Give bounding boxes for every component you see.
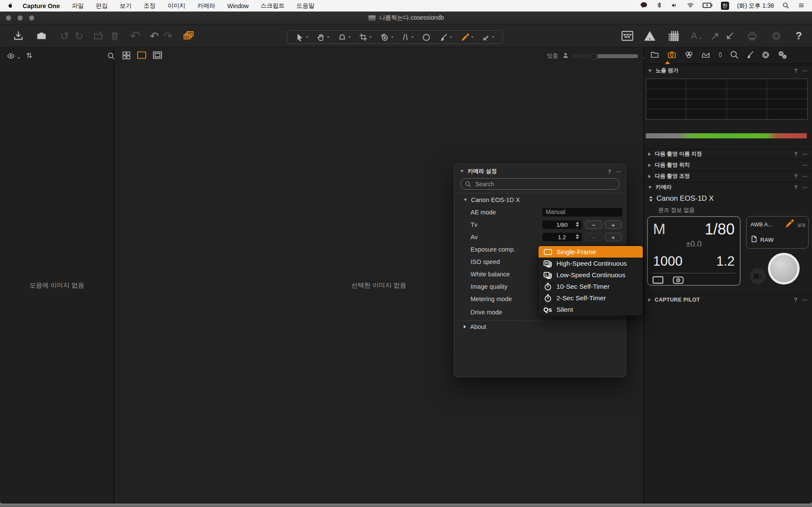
wb-settings-label[interactable]: 설정	[797, 222, 806, 228]
redo-icon[interactable]: ↷	[162, 25, 174, 47]
tab-lens-icon[interactable]	[718, 50, 723, 61]
sort-icon[interactable]	[25, 51, 33, 61]
settings-panel-header[interactable]: 카메라 설정 ? •••	[460, 167, 621, 175]
device-group-header[interactable]: Canon EOS-1D X	[464, 196, 520, 203]
menu-item-2-sec-self-timer[interactable]: 2-Sec Self-Timer	[538, 292, 643, 304]
help-icon[interactable]: ?	[794, 296, 797, 303]
wifi-icon[interactable]	[686, 2, 694, 10]
menu-adjust[interactable]: 조정	[144, 2, 156, 10]
more-options-icon[interactable]: •••	[803, 298, 808, 301]
single-view-button[interactable]	[137, 51, 147, 61]
volume-icon[interactable]	[671, 2, 678, 10]
tab-process-gears-icon[interactable]	[777, 50, 788, 62]
more-options-icon[interactable]: •••	[803, 175, 808, 178]
rotate-left-icon[interactable]: ↺	[58, 25, 71, 47]
wb-mode-label[interactable]: AWB A...	[750, 221, 773, 228]
tab-library-folder-icon[interactable]	[650, 50, 660, 61]
section-next-capture-adjustments[interactable]: 다음 촬영 조정 ? •••	[644, 171, 812, 181]
menu-item-silent[interactable]: Qs Silent	[538, 304, 643, 315]
help-icon[interactable]: ?	[608, 168, 611, 175]
print-icon[interactable]	[744, 25, 761, 47]
menu-item-10-sec-self-timer[interactable]: 10-Sec Self-Timer	[538, 281, 643, 292]
camera-model-selector[interactable]: Canon EOS-1D X	[649, 194, 714, 203]
lcd-shutter-speed[interactable]: 1/80	[705, 220, 735, 238]
pan-hand-tool[interactable]	[317, 33, 330, 42]
menu-item-high-speed-continuous[interactable]: H High-Speed Continuous	[538, 258, 643, 269]
section-capture-pilot[interactable]: CAPTURE PILOT ? •••	[644, 294, 812, 305]
proof-view-button[interactable]	[153, 51, 162, 61]
ae-mode-field[interactable]: Manual	[542, 208, 622, 217]
drive-mode-single-frame-icon[interactable]	[652, 276, 664, 286]
grid-view-button[interactable]	[122, 51, 131, 62]
menu-item-single-frame[interactable]: Single-Frame	[538, 246, 643, 258]
tab-adjustments-brush-icon[interactable]	[745, 50, 754, 61]
search-input[interactable]	[474, 180, 604, 188]
rotate-right-icon[interactable]: ↻	[73, 25, 85, 47]
crop-tool[interactable]	[359, 33, 372, 41]
menu-view[interactable]: 보기	[120, 2, 132, 10]
menu-edit[interactable]: 편집	[96, 2, 108, 10]
menu-window[interactable]: Window	[227, 3, 249, 9]
minimize-window-button[interactable]	[18, 15, 23, 21]
trash-icon[interactable]	[108, 25, 121, 47]
grid-overlay-icon[interactable]	[665, 25, 682, 47]
video-capture-button[interactable]	[750, 268, 765, 284]
lcd-iso[interactable]: 1000	[653, 254, 683, 269]
loupe-tool[interactable]	[338, 33, 351, 41]
file-format-label[interactable]: RAW	[760, 237, 774, 243]
export-arrow-icon[interactable]	[708, 25, 722, 47]
help-icon[interactable]: ?	[794, 173, 797, 179]
capture-camera-button[interactable]	[33, 25, 50, 47]
wb-eyedropper-icon[interactable]	[784, 219, 794, 230]
av-minus-button[interactable]: −	[585, 233, 602, 241]
lcd-exposure-comp[interactable]: ±0.0	[648, 239, 740, 249]
settings-search-field[interactable]	[460, 178, 620, 190]
close-window-button[interactable]	[6, 15, 11, 21]
slider-knob[interactable]	[590, 53, 597, 60]
menu-camera[interactable]: 카메라	[197, 2, 215, 10]
help-button[interactable]: ?	[791, 25, 806, 47]
copy-adjustments-icon[interactable]	[179, 25, 198, 47]
menu-file[interactable]: 파일	[72, 2, 84, 10]
reset-adjustments-icon[interactable]: ↶	[127, 25, 144, 47]
annotations-icon[interactable]: A	[688, 25, 704, 47]
section-next-capture-location[interactable]: 다음 촬영 위치 •••	[644, 160, 812, 170]
tab-color-icon[interactable]	[684, 50, 694, 61]
av-value-field[interactable]: 1.2	[542, 233, 582, 241]
section-camera[interactable]: 카메라 ? •••	[644, 182, 812, 192]
draw-mask-brush-tool[interactable]	[439, 33, 452, 42]
input-source-badge[interactable]: 한	[721, 2, 729, 10]
stepper-icon[interactable]	[576, 234, 579, 239]
menu-scripts[interactable]: 스크립트	[261, 2, 285, 10]
proof-margin-view-button[interactable]	[619, 25, 636, 47]
gear-icon[interactable]	[768, 25, 785, 47]
menu-item-low-speed-continuous[interactable]: L Low-Speed Continuous	[538, 269, 643, 281]
undo-icon[interactable]: ↶	[148, 25, 161, 47]
tab-settings-gear-icon[interactable]	[761, 50, 771, 62]
import-images-button[interactable]	[11, 25, 26, 47]
help-icon[interactable]: ?	[794, 151, 797, 157]
zoom-window-button[interactable]	[29, 15, 34, 21]
lcd-ae-mode[interactable]: M	[653, 220, 665, 237]
kakaotalk-icon[interactable]	[640, 1, 648, 10]
notification-center-icon[interactable]	[797, 2, 805, 10]
more-options-icon[interactable]: •••	[803, 152, 808, 155]
help-icon[interactable]: ?	[794, 67, 797, 74]
tv-value-field[interactable]: 1/80	[542, 220, 582, 229]
tab-capture-camera-icon[interactable]	[666, 50, 677, 61]
import-arrow-icon[interactable]	[722, 25, 737, 47]
tv-minus-button[interactable]: −	[585, 220, 602, 229]
av-plus-button[interactable]: +	[605, 233, 622, 241]
thumbnail-size-slider[interactable]	[573, 54, 638, 58]
filter-eye-icon[interactable]	[6, 52, 20, 60]
menu-app-name[interactable]: Capture One	[23, 3, 60, 9]
spotlight-search-icon[interactable]	[782, 2, 789, 10]
more-options-icon[interactable]: •••	[803, 186, 808, 189]
section-exposure-evaluation[interactable]: 노출 평가 ? •••	[644, 65, 812, 76]
lcd-aperture[interactable]: 1.2	[716, 254, 735, 269]
bluetooth-icon[interactable]	[656, 1, 662, 10]
pick-color-eyedropper-tool[interactable]	[460, 33, 474, 42]
menu-image[interactable]: 이미지	[168, 2, 185, 10]
tab-exposure-curve-icon[interactable]	[700, 50, 711, 61]
straighten-tool[interactable]	[380, 33, 394, 42]
